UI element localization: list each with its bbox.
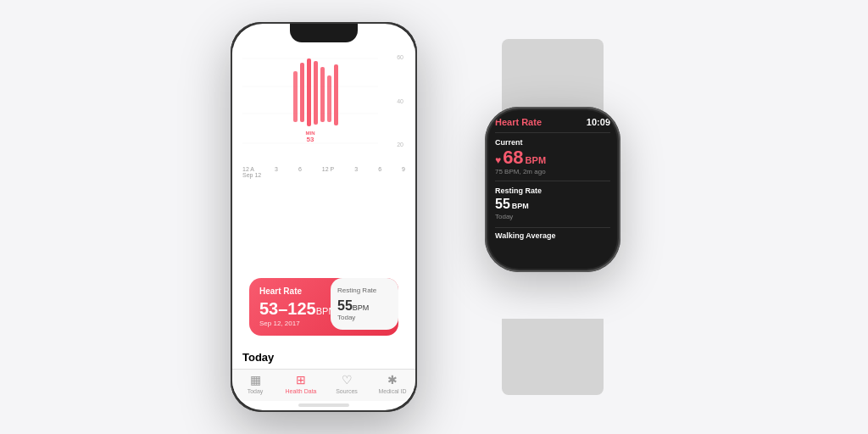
x-label-6a: 6	[298, 166, 302, 172]
resting-title: Resting Rate	[337, 287, 392, 295]
watch-resting-section: Resting Rate 55 BPM Today	[495, 186, 610, 220]
watch-band-top	[502, 39, 604, 115]
x-label-12p: 12 P	[322, 166, 334, 172]
watch-resting-value: 55 BPM	[495, 197, 610, 212]
watch-resting-unit: BPM	[512, 202, 529, 210]
heart-rate-number: 53–125	[259, 299, 316, 318]
watch-current-section: Current ♥ 68 BPM 75 BPM, 2m ago	[495, 138, 610, 175]
watch-app-title: Heart Rate	[495, 117, 542, 127]
watch-time: 10:09	[587, 117, 610, 127]
tab-today[interactable]: ▦ Today	[232, 373, 278, 394]
resting-unit: BPM	[353, 303, 370, 312]
watch-heart-icon: ♥	[495, 154, 501, 166]
watch-divider	[495, 132, 610, 133]
tab-health-data-icon: ⊞	[296, 373, 306, 387]
tab-medical-id[interactable]: ✱ Medical ID	[370, 373, 415, 394]
chart-x-labels: 12 A 3 6 12 P 3 6 9	[242, 166, 405, 172]
watch-current-bpm: 68	[503, 148, 523, 167]
svg-rect-9	[327, 75, 331, 122]
x-label-6p: 6	[378, 166, 381, 172]
x-label-3p: 3	[354, 166, 358, 172]
watch-header: Heart Rate 10:09	[495, 117, 610, 127]
watch-resting-subtitle: Today	[495, 213, 610, 220]
y-label-20: 20	[397, 142, 403, 147]
watch-walking-section: Walking Average	[495, 227, 610, 240]
svg-rect-8	[320, 67, 325, 122]
watch-current-title: Current	[495, 138, 610, 147]
home-indicator	[298, 403, 349, 407]
y-label-40: 40	[397, 98, 403, 104]
svg-text:53: 53	[307, 136, 314, 143]
svg-rect-7	[314, 61, 318, 125]
watch-band-bottom	[502, 319, 604, 395]
watch-current-subtitle: 75 BPM, 2m ago	[495, 168, 610, 175]
svg-rect-6	[307, 58, 311, 126]
chart-date: Sep 12	[242, 172, 405, 178]
iphone-content: 60 40 20	[232, 24, 415, 410]
apple-watch: Heart Rate 10:09 Current ♥ 68 BPM 75 BPM…	[468, 39, 637, 395]
watch-screen: Heart Rate 10:09 Current ♥ 68 BPM 75 BPM…	[488, 110, 617, 269]
watch-current-unit: BPM	[526, 155, 546, 165]
today-section: Today	[232, 346, 415, 369]
watch-body: Heart Rate 10:09 Current ♥ 68 BPM 75 BPM…	[485, 107, 620, 272]
cards-row: Heart Rate i 53–125BPM Sep 12, 2017 Rest…	[241, 273, 407, 341]
resting-value: 55BPM	[337, 298, 392, 314]
tab-today-icon: ▦	[250, 373, 261, 387]
tab-medical-label: Medical ID	[378, 388, 406, 394]
watch-divider-2	[495, 181, 610, 181]
watch-resting-title: Resting Rate	[495, 186, 610, 195]
svg-rect-10	[334, 64, 338, 125]
x-label-9p: 9	[402, 166, 405, 172]
tab-medical-icon: ✱	[387, 373, 398, 387]
resting-date: Today	[337, 314, 392, 321]
tab-bar: ▦ Today ⊞ Health Data ♡ Sources ✱ Medica…	[232, 369, 415, 401]
watch-resting-bpm: 55	[495, 197, 510, 212]
tab-today-label: Today	[248, 388, 264, 394]
y-label-60: 60	[397, 54, 403, 60]
svg-rect-4	[293, 71, 298, 122]
tab-health-data-label: Health Data	[286, 388, 317, 394]
scene: 60 40 20	[231, 22, 637, 412]
resting-number: 55	[337, 298, 353, 313]
watch-current-value: ♥ 68 BPM	[495, 148, 610, 167]
iphone-screen: 60 40 20	[232, 24, 415, 410]
tab-health-data[interactable]: ⊞ Health Data	[278, 373, 324, 394]
tab-sources-icon: ♡	[342, 373, 353, 387]
tab-sources-label: Sources	[336, 388, 358, 394]
chart-area: 60 40 20	[232, 47, 415, 268]
tab-sources[interactable]: ♡ Sources	[324, 373, 370, 394]
x-label-3a: 3	[275, 166, 278, 172]
resting-rate-card[interactable]: Resting Rate 55BPM Today	[331, 278, 398, 330]
iphone-notch	[290, 24, 358, 42]
svg-rect-5	[300, 63, 304, 122]
x-label-12a: 12 A	[242, 166, 254, 172]
today-label: Today	[242, 351, 405, 364]
iphone-device: 60 40 20	[231, 22, 417, 412]
